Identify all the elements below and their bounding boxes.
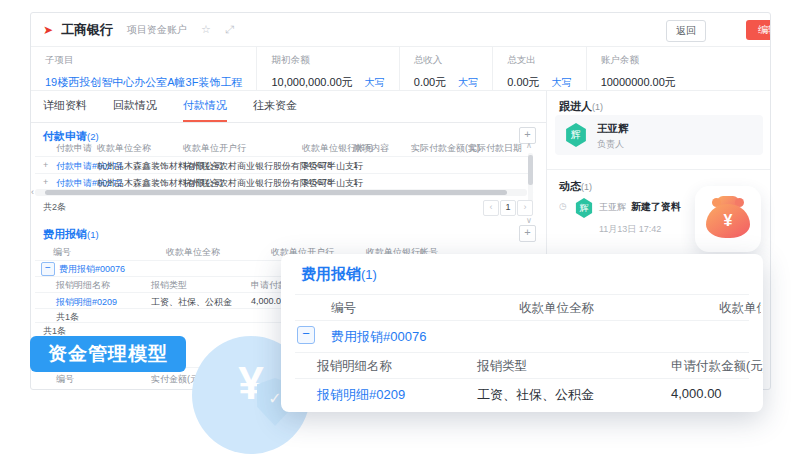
horizontal-scrollbar[interactable]	[35, 189, 527, 196]
star-icon[interactable]: ☆	[201, 23, 211, 36]
column-header: 编号	[53, 246, 71, 259]
expand-row-icon[interactable]: +	[43, 177, 48, 187]
field-label: 总支出	[507, 54, 571, 67]
field-total-income: 总收入 0.00元大写	[399, 47, 492, 90]
field-value: 10000000.00元	[601, 76, 676, 88]
divider	[295, 378, 749, 379]
scrollbar-thumb[interactable]	[528, 155, 533, 185]
bank-logo-icon: ➤	[43, 23, 53, 37]
field-label: 账户余额	[601, 54, 676, 67]
activity-user: 王亚辉	[599, 201, 626, 214]
column-header: 收款单位开户行	[183, 142, 246, 155]
column-header: 报销明细名称	[317, 358, 392, 375]
divider	[295, 320, 749, 321]
divider	[295, 352, 749, 353]
followers-title: 跟进人(1)	[559, 99, 603, 114]
cell-account: 345678	[302, 177, 332, 187]
fund-app-card[interactable]: ¥	[695, 186, 761, 252]
activity-title: 动态(1)	[559, 179, 592, 194]
scroll-down-icon[interactable]: ∨	[526, 216, 532, 225]
column-header: 收款单位开户行	[719, 300, 761, 317]
field-label: 期初余额	[271, 54, 384, 67]
collapse-row-icon[interactable]: −	[297, 326, 315, 344]
divider	[547, 169, 771, 170]
module-badge: 资金管理模型	[30, 336, 186, 372]
activity-action: 新建了资料	[631, 200, 681, 214]
divider	[35, 156, 531, 157]
tab-details[interactable]: 详细资料	[43, 91, 87, 122]
expense-section-title: 费用报销(1)	[43, 227, 99, 242]
breadcrumb: 项目资金账户	[127, 23, 187, 37]
column-header: 实际付款日期	[468, 142, 522, 155]
column-header: 报销明细名称	[56, 279, 110, 292]
follower-card[interactable]: 辉 王亚辉 负责人	[555, 115, 763, 155]
payment-total-count: 共2条	[43, 201, 66, 214]
page-next-button[interactable]: ›	[517, 200, 533, 216]
back-button[interactable]: 返回	[666, 20, 706, 42]
expense-detail-link[interactable]: 报销明细#0209	[317, 386, 405, 404]
cell-expense-type: 工资、社保、公积金	[477, 386, 594, 404]
column-header: 款项内容	[353, 142, 389, 155]
avatar: 辉	[565, 123, 587, 147]
yuan-icon: ¥	[724, 212, 733, 230]
column-header: 付款申请	[56, 142, 92, 155]
expense-zoom-panel: 费用报销(1) 编号 收款单位全称 收款单位开户行 − 费用报销#00076 报…	[281, 254, 763, 412]
column-header: 编号	[56, 373, 74, 386]
field-value: 0.00元	[507, 76, 539, 88]
cell-content: 1	[353, 160, 358, 170]
avatar: 辉	[575, 198, 593, 218]
capitalize-link[interactable]: 大写	[552, 77, 572, 88]
scroll-left-icon[interactable]: ‹	[31, 187, 34, 197]
column-header: 收款单位全称	[519, 300, 594, 317]
window-header: ➤ 工商银行 项目资金账户 ☆ ⤢ 返回 编辑	[31, 13, 770, 47]
overlay-title: 费用报销(1)	[301, 265, 377, 284]
page-title: 工商银行	[61, 21, 113, 39]
field-opening-balance: 期初余额 10,000,000.00元大写	[256, 47, 398, 90]
page-prev-button[interactable]: ‹	[483, 200, 499, 216]
column-header: 申请付款金额(元)	[671, 358, 763, 375]
column-header: 报销类型	[151, 279, 187, 292]
expand-row-icon[interactable]: +	[43, 160, 48, 170]
money-bag-icon: ¥	[706, 204, 750, 238]
check-icon: ✓	[268, 390, 281, 407]
edit-button[interactable]: 编辑	[746, 20, 771, 40]
cell-account: 345678	[302, 160, 332, 170]
tab-repayment[interactable]: 回款情况	[113, 91, 157, 122]
tab-bar: 详细资料 回款情况 付款情况 往来资金	[31, 91, 546, 123]
field-label: 子项目	[45, 54, 242, 67]
activity-time: 11月13日 17:42	[599, 223, 661, 236]
divider	[295, 294, 749, 295]
expand-icon[interactable]: ⤢	[225, 23, 234, 36]
expense-link[interactable]: 费用报销#00076	[331, 328, 426, 346]
subproject-link[interactable]: 19楼西投创智中心办公室A幢3F装饰工程	[45, 76, 242, 88]
cell-bank: 杭州联合农村商业银行股份有限公司半山支行	[183, 160, 363, 173]
collapse-row-icon[interactable]: −	[41, 262, 55, 276]
field-value: 10,000,000.00元	[271, 76, 352, 88]
field-label: 总收入	[414, 54, 478, 67]
column-header: 收款单位全称	[97, 142, 151, 155]
tab-payment[interactable]: 付款情况	[183, 91, 227, 122]
scrollbar-thumb[interactable]	[45, 190, 507, 195]
capitalize-link[interactable]: 大写	[365, 77, 385, 88]
divider	[35, 173, 531, 174]
expense-link[interactable]: 费用报销#00076	[59, 263, 125, 276]
scroll-up-icon[interactable]: ∧	[526, 141, 532, 150]
page-number[interactable]: 1	[500, 200, 516, 216]
follower-name: 王亚辉	[597, 122, 629, 136]
clock-icon: ◷	[559, 201, 567, 211]
field-account-balance: 账户余额 10000000.00元	[586, 47, 690, 90]
follower-role: 负责人	[597, 138, 624, 151]
column-header: 编号	[331, 300, 356, 317]
add-expense-button[interactable]: +	[519, 225, 536, 242]
field-total-expense: 总支出 0.00元大写	[492, 47, 585, 90]
capitalize-link[interactable]: 大写	[458, 77, 478, 88]
column-header: 收款单位全称	[166, 246, 220, 259]
summary-bar: 子项目 19楼西投创智中心办公室A幢3F装饰工程 期初余额 10,000,000…	[31, 47, 771, 91]
cell-amount: 4,000.00	[671, 386, 722, 401]
field-value: 0.00元	[414, 76, 446, 88]
tab-transactions[interactable]: 往来资金	[253, 91, 297, 122]
field-subproject: 子项目 19楼西投创智中心办公室A幢3F装饰工程	[31, 47, 256, 90]
column-header: 报销类型	[477, 358, 527, 375]
cell-content: 1	[353, 177, 358, 187]
